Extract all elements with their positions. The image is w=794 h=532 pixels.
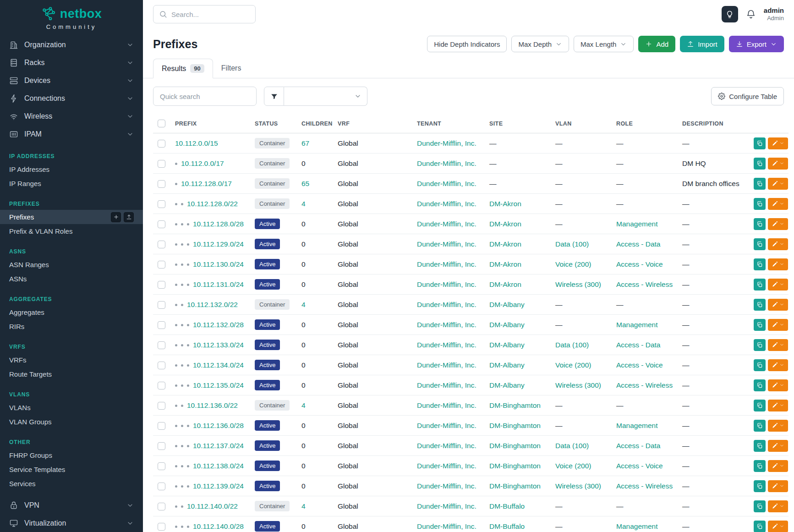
children-link[interactable]: 65 xyxy=(301,180,309,187)
edit-button[interactable] xyxy=(768,420,788,432)
prefix-link[interactable]: 10.112.139.0/24 xyxy=(193,482,244,490)
row-checkbox[interactable] xyxy=(158,281,165,289)
role-link[interactable]: Access - Voice xyxy=(616,260,663,268)
filter-button[interactable] xyxy=(264,87,284,106)
clone-button[interactable] xyxy=(754,521,766,532)
clone-button[interactable] xyxy=(754,238,766,250)
row-checkbox[interactable] xyxy=(158,140,165,148)
clone-button[interactable] xyxy=(754,319,766,331)
role-link[interactable]: Management xyxy=(616,321,657,329)
bell-icon[interactable] xyxy=(746,9,756,19)
row-checkbox[interactable] xyxy=(158,422,165,430)
clone-button[interactable] xyxy=(754,178,766,190)
column-header-description[interactable]: DESCRIPTION xyxy=(678,114,749,133)
clone-button[interactable] xyxy=(754,440,766,452)
clone-button[interactable] xyxy=(754,379,766,391)
sidebar-item-fhrp-groups[interactable]: FHRP Groups xyxy=(0,448,143,462)
prefix-link[interactable]: 10.112.140.0/28 xyxy=(193,522,244,530)
user-menu[interactable]: admin Admin xyxy=(764,6,784,22)
clone-button[interactable] xyxy=(754,460,766,472)
site-link[interactable]: DM-Albany xyxy=(489,301,525,308)
edit-button[interactable] xyxy=(768,440,788,452)
sidebar-item-vrfs[interactable]: VRFs xyxy=(0,353,143,367)
sidebar-item-route-targets[interactable]: Route Targets xyxy=(0,367,143,381)
site-link[interactable]: DM-Buffalo xyxy=(489,522,525,530)
column-header-tenant[interactable]: TENANT xyxy=(412,114,485,133)
edit-button[interactable] xyxy=(768,359,788,371)
prefix-link[interactable]: 10.112.130.0/24 xyxy=(193,260,244,268)
vlan-link[interactable]: Wireless (300) xyxy=(555,381,601,389)
column-header-children[interactable]: CHILDREN xyxy=(297,114,333,133)
configure-table-button[interactable]: Configure Table xyxy=(711,87,784,105)
prefix-link[interactable]: 10.112.131.0/24 xyxy=(193,280,244,288)
tenant-link[interactable]: Dunder-Mifflin, Inc. xyxy=(417,341,476,349)
sidebar-item-ipam[interactable]: IPAM xyxy=(0,125,143,143)
role-link[interactable]: Access - Voice xyxy=(616,462,663,470)
column-header-vrf[interactable]: VRF xyxy=(333,114,412,133)
edit-button[interactable] xyxy=(768,279,788,291)
prefix-link[interactable]: 10.112.0.0/17 xyxy=(181,159,224,167)
row-checkbox[interactable] xyxy=(158,382,165,389)
vlan-link[interactable]: Data (100) xyxy=(555,240,589,248)
tenant-link[interactable]: Dunder-Mifflin, Inc. xyxy=(417,381,476,389)
role-link[interactable]: Access - Data xyxy=(616,442,660,450)
clone-button[interactable] xyxy=(754,137,766,149)
clone-button[interactable] xyxy=(754,480,766,492)
column-header-prefix[interactable]: PREFIX xyxy=(170,114,250,133)
site-link[interactable]: DM-Albany xyxy=(489,321,525,329)
sidebar-item-devices[interactable]: Devices xyxy=(0,71,143,89)
clone-button[interactable] xyxy=(754,279,766,291)
edit-button[interactable] xyxy=(768,521,788,532)
column-header-site[interactable]: SITE xyxy=(485,114,551,133)
search-input[interactable] xyxy=(171,11,250,18)
children-link[interactable]: 4 xyxy=(301,502,306,510)
vlan-link[interactable]: Voice (200) xyxy=(555,260,591,268)
row-checkbox[interactable] xyxy=(158,261,165,269)
clone-button[interactable] xyxy=(754,218,766,230)
brand[interactable]: netbox Community xyxy=(0,6,143,36)
role-link[interactable]: Management xyxy=(616,220,657,228)
sidebar-item-organization[interactable]: Organization xyxy=(0,36,143,54)
edit-button[interactable] xyxy=(768,178,788,190)
sidebar-item-ip-addresses[interactable]: IP Addresses xyxy=(0,162,143,176)
column-header-status[interactable]: STATUS xyxy=(250,114,297,133)
prefix-link[interactable]: 10.112.136.0/22 xyxy=(187,401,238,409)
clone-button[interactable] xyxy=(754,299,766,311)
vlan-link[interactable]: Voice (200) xyxy=(555,462,591,470)
sidebar-item-prefixes[interactable]: Prefixes xyxy=(0,210,143,224)
row-checkbox[interactable] xyxy=(158,402,165,410)
site-link[interactable]: DM-Binghamton xyxy=(489,442,541,450)
sidebar-item-services[interactable]: Services xyxy=(0,477,143,491)
sidebar-item-vlan-groups[interactable]: VLAN Groups xyxy=(0,415,143,429)
edit-button[interactable] xyxy=(768,480,788,492)
row-checkbox[interactable] xyxy=(158,160,165,168)
prefix-link[interactable]: 10.112.129.0/24 xyxy=(193,240,244,248)
row-checkbox[interactable] xyxy=(158,321,165,329)
children-link[interactable]: 4 xyxy=(301,200,306,208)
row-checkbox[interactable] xyxy=(158,200,165,208)
tenant-link[interactable]: Dunder-Mifflin, Inc. xyxy=(417,321,476,329)
site-link[interactable]: DM-Akron xyxy=(489,200,521,208)
prefix-link[interactable]: 10.112.132.0/28 xyxy=(193,321,244,329)
vlan-link[interactable]: Voice (200) xyxy=(555,361,591,369)
edit-button[interactable] xyxy=(768,460,788,472)
children-link[interactable]: 4 xyxy=(301,301,306,308)
role-link[interactable]: Access - Wireless xyxy=(616,381,673,389)
tenant-link[interactable]: Dunder-Mifflin, Inc. xyxy=(417,280,476,288)
site-link[interactable]: DM-Albany xyxy=(489,381,525,389)
saved-filter-select[interactable] xyxy=(284,87,367,106)
vlan-link[interactable]: Wireless (300) xyxy=(555,482,601,490)
prefix-link[interactable]: 10.112.0.0/15 xyxy=(175,139,218,147)
select-all-checkbox[interactable] xyxy=(158,120,165,127)
site-link[interactable]: DM-Albany xyxy=(489,361,525,369)
theme-toggle-button[interactable] xyxy=(722,6,738,22)
edit-button[interactable] xyxy=(768,400,788,411)
prefix-link[interactable]: 10.112.134.0/24 xyxy=(193,361,244,369)
tenant-link[interactable]: Dunder-Mifflin, Inc. xyxy=(417,240,476,248)
max-length-dropdown[interactable]: Max Length xyxy=(574,36,634,52)
vlan-link[interactable]: Wireless (300) xyxy=(555,280,601,288)
edit-button[interactable] xyxy=(768,500,788,512)
edit-button[interactable] xyxy=(768,198,788,210)
edit-button[interactable] xyxy=(768,137,788,149)
tenant-link[interactable]: Dunder-Mifflin, Inc. xyxy=(417,139,476,147)
